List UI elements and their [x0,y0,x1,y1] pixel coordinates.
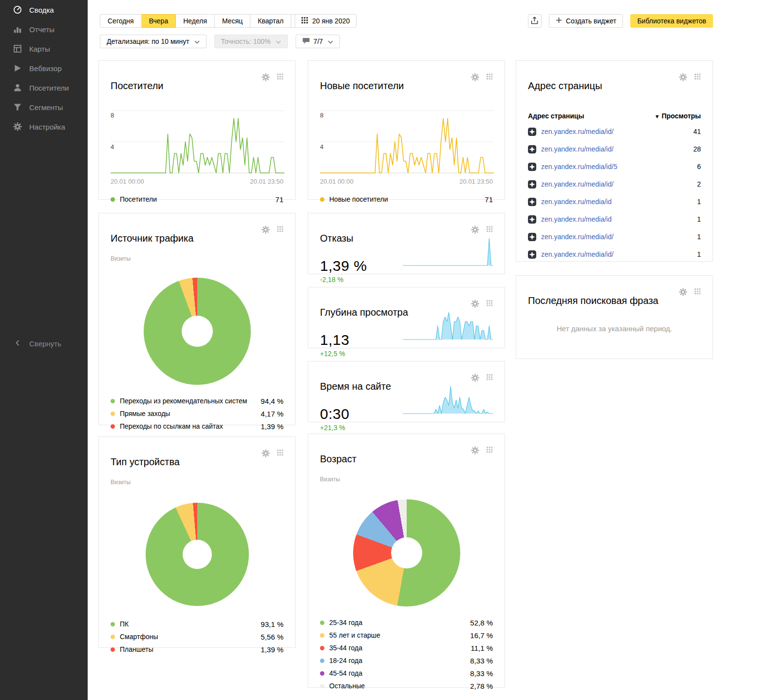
legend-dot [320,684,324,688]
legend-item[interactable]: 35-44 года 11,1 % [320,642,493,654]
widget-settings-icon[interactable] [679,73,687,83]
widget-drag-handle-icon[interactable] [277,73,283,83]
table-row: zen.yandex.ru/media/id/ 41 [528,123,701,140]
period-tab-quarter[interactable]: Квартал [250,14,291,28]
widget-drag-handle-icon[interactable] [695,73,701,83]
legend-value: 8,33 % [470,669,493,678]
widget-drag-handle-icon[interactable] [487,446,493,456]
svg-text:4: 4 [320,143,323,151]
legend-item[interactable]: Переходы из рекомендательных систем 94,4… [111,395,283,407]
new-visitors-legend: Новые посетители 71 [320,193,493,206]
legend-label: 18-24 года [329,657,362,664]
period-tab-today[interactable]: Сегодня [100,14,142,28]
sidebar-item-label: Сегменты [29,103,63,112]
widget-drag-handle-icon[interactable] [695,288,701,298]
legend-label: Переходы по ссылкам на сайтах [120,422,223,430]
widget-title: Отказы [320,232,353,244]
widget-settings-icon[interactable] [262,449,270,459]
sidebar-collapse-button[interactable]: Свернуть [15,340,61,348]
widget-drag-handle-icon[interactable] [487,374,493,384]
accuracy-label: Точность: 100% [221,38,271,45]
widget-drag-handle-icon[interactable] [487,226,493,236]
page-url-link[interactable]: zen.yandex.ru/media/id [541,215,612,223]
play-icon [13,64,22,73]
gear-icon [13,122,22,131]
svg-text:8: 8 [111,112,114,119]
legend-item[interactable]: Прямые заходы 4,17 % [111,407,283,420]
legend-item[interactable]: 45-54 года 8,33 % [320,667,493,680]
svg-text:8: 8 [320,112,323,119]
widget-visitors: Посетители 84 20.01 00:00 20.01 23:50 По… [98,60,296,200]
traffic-source-legend: Переходы из рекомендательных систем 94,4… [111,395,283,433]
legend-value: 71 [485,195,493,204]
widget-settings-icon[interactable] [471,73,479,83]
legend-item[interactable]: Остальные 2,78 % [320,680,493,692]
widget-subtitle: Визиты [111,479,283,486]
page-url-link[interactable]: zen.yandex.ru/media/id [541,198,612,206]
widget-title: Время на сайте [320,380,391,392]
page-url-link[interactable]: zen.yandex.ru/media/id/ [541,233,614,241]
page-url-link[interactable]: zen.yandex.ru/media/id/ [541,250,614,258]
widget-library-button[interactable]: Библиотека виджетов [630,14,713,28]
legend-item[interactable]: Смартфоны 5,56 % [111,630,283,643]
plus-icon [556,17,562,25]
legend-item[interactable]: 55 лет и старше 16,7 % [320,629,493,642]
period-tab-month[interactable]: Месяц [215,14,250,28]
zen-star-icon [528,163,536,171]
legend-item[interactable]: Переходы по ссылкам на сайтах 1,39 % [111,420,283,433]
sidebar-item-settings[interactable]: Настройка [0,117,88,136]
legend-dot [320,197,324,202]
sidebar-item-reports[interactable]: Отчеты [0,19,88,39]
widget-drag-handle-icon[interactable] [277,226,283,236]
widget-drag-handle-icon[interactable] [277,449,283,459]
column-header-views-sort[interactable]: ▼ Просмотры [655,112,701,120]
legend-item[interactable]: Новые посетители 71 [320,193,493,206]
widget-age: Возраст Визиты 25-34 года 52,8 % 55 лет … [308,434,505,688]
legend-item[interactable]: Посетители 71 [111,193,283,206]
x-axis-start-label: 20.01 00:00 [111,178,144,185]
legend-label: Остальные [329,682,365,690]
sidebar-item-segments[interactable]: Сегменты [0,97,88,117]
chevron-down-icon [194,38,200,45]
widget-last-search-phrase: Последняя поисковая фраза Нет данных за … [516,275,713,359]
legend-value: 8,33 % [470,657,493,665]
legend-label: Новые посетители [329,195,388,203]
sidebar-item-maps[interactable]: Карты [0,39,88,58]
create-widget-button[interactable]: Создать виджет [549,14,623,28]
widget-settings-icon[interactable] [471,226,479,236]
widget-settings-icon[interactable] [471,446,479,456]
sidebar-item-label: Отчеты [29,25,55,34]
page-url-link[interactable]: zen.yandex.ru/media/id/ [541,145,614,153]
widget-settings-icon[interactable] [471,374,479,384]
period-tab-yesterday[interactable]: Вчера [142,14,176,28]
sidebar-item-webvisor[interactable]: Вебвизор [0,58,88,78]
widget-settings-icon[interactable] [679,288,687,298]
widget-drag-handle-icon[interactable] [487,73,493,83]
sidebar-nav: Сводка Отчеты Карты Вебвизор Посетители … [0,0,88,136]
legend-item[interactable]: Планшеты 1,39 % [111,643,283,656]
page-url-link[interactable]: zen.yandex.ru/media/id/ [541,128,614,135]
sidebar-item-summary[interactable]: Сводка [0,0,88,19]
date-picker-button[interactable]: 20 янв 2020 [295,14,357,28]
detalization-dropdown[interactable]: Детализация: по 10 минут [100,35,207,48]
widget-settings-icon[interactable] [471,300,479,310]
sidebar: Сводка Отчеты Карты Вебвизор Посетители … [0,0,88,700]
zen-star-icon [528,128,536,136]
widget-settings-icon[interactable] [262,226,270,236]
legend-item[interactable]: 18-24 года 8,33 % [320,654,493,667]
widget-settings-icon[interactable] [262,73,270,83]
legend-label: Смартфоны [120,633,158,641]
page-url-link[interactable]: zen.yandex.ru/media/id/ [541,180,614,188]
widget-drag-handle-icon[interactable] [487,300,493,310]
legend-value: 5,56 % [261,633,283,641]
page-url-link[interactable]: zen.yandex.ru/media/id/5 [541,163,617,170]
period-tab-week[interactable]: Неделя [176,14,215,28]
legend-item[interactable]: ПК 93,1 % [111,618,283,630]
legend-label: Посетители [120,195,157,203]
comments-dropdown[interactable]: 7/7 [296,35,340,48]
bounce-rate-delta: -2,18 % [320,276,493,284]
export-button[interactable] [528,14,542,28]
sidebar-item-visitors[interactable]: Посетители [0,78,88,97]
legend-item[interactable]: 25-34 года 52,8 % [320,616,493,629]
legend-dot [320,671,324,676]
